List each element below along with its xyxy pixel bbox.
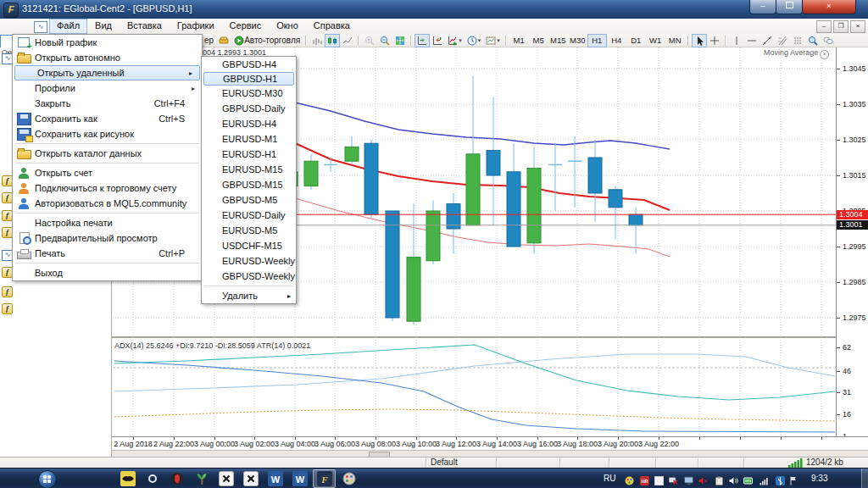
menu-item-2[interactable]: Вид [87, 19, 120, 33]
file-menu-item-3[interactable]: Открыть удаленный▸ [14, 65, 200, 80]
submenu-item-eurusd-m30[interactable]: EURUSD-M30 [202, 86, 296, 101]
menu-item-6[interactable]: Окно [269, 19, 306, 33]
zoom-in-button[interactable] [362, 34, 377, 47]
timeframe-h1-button[interactable]: H1 [587, 34, 607, 47]
app-metatrader-icon[interactable]: F [313, 469, 336, 488]
new-order-partial-button[interactable]: ер [202, 34, 216, 47]
clock[interactable]: 9:33 [811, 474, 827, 483]
restore-button[interactable] [776, 0, 803, 14]
tray-muted-speaker-icon[interactable] [698, 474, 709, 484]
file-menu-item-4[interactable]: Профили▸ [13, 80, 202, 96]
file-menu-item-5[interactable]: ЗакрытьCtrl+F4 [13, 96, 202, 111]
menu-item-1[interactable]: Файл [49, 19, 87, 34]
show-desktop-button[interactable] [861, 469, 868, 488]
tray-bluetooth-icon[interactable] [776, 474, 786, 484]
submenu-item-eurusd-m15[interactable]: EURUSD-M15 [202, 162, 296, 177]
submenu-item-eurusd-m1[interactable]: EURUSD-M1 [202, 131, 296, 147]
time-axis[interactable]: 2 Aug 20182 Aug 22:003 Aug 00:003 Aug 02… [111, 436, 868, 451]
submenu-item-eurusd-h1[interactable]: EURUSD-H1 [202, 147, 296, 162]
tray-card-icon[interactable] [743, 474, 754, 484]
file-menu-item-9[interactable]: Открыть каталог данных [13, 146, 202, 161]
file-menu-item-6[interactable]: Сохранить какCtrl+S [13, 111, 202, 126]
timeframe-w1-button[interactable]: W1 [646, 34, 665, 47]
submenu-item-eurusd-daily[interactable]: EURUSD-Daily [202, 208, 296, 223]
start-button[interactable] [38, 470, 57, 488]
tray-paint-icon[interactable] [625, 474, 635, 484]
magnifier-button[interactable] [805, 34, 821, 47]
file-menu-item-2[interactable]: Открыть автономно [13, 50, 202, 65]
menu-item-5[interactable]: Сервис [222, 19, 270, 33]
tray-clipboard-icon[interactable] [715, 474, 725, 484]
file-menu-item-12[interactable]: Подключиться к торговому счету [13, 180, 202, 196]
file-menu-item-11[interactable]: Открыть счет [13, 165, 202, 180]
minimize-button[interactable]: – [749, 0, 776, 14]
timeframe-m5-button[interactable]: M5 [529, 34, 548, 47]
menu-item-4[interactable]: Графики [170, 19, 222, 33]
profile-status[interactable]: Default [431, 458, 458, 467]
close-button[interactable]: × [802, 0, 856, 14]
menu-item-3[interactable]: Вставка [120, 19, 170, 33]
timeframe-m30-button[interactable]: M30 [568, 34, 587, 47]
fibonacci-button[interactable] [775, 34, 790, 47]
file-menu-item-13[interactable]: Авторизоваться в MQL5.community [13, 196, 202, 211]
file-menu-item-15[interactable]: Настройка печати [13, 215, 202, 230]
timeframe-m1-button[interactable]: M1 [509, 34, 529, 47]
timeframe-m15-button[interactable]: M15 [548, 34, 568, 47]
text-grid-button[interactable] [790, 34, 805, 47]
tray-pc-error-icon[interactable] [669, 474, 679, 484]
tile-windows-button[interactable] [392, 34, 408, 47]
bar-chart-button[interactable] [309, 34, 325, 47]
app-word-icon[interactable]: W [288, 469, 311, 488]
submenu-item-gbpusd-m15[interactable]: GBPUSD-M15 [202, 177, 296, 192]
tray-display-icon[interactable] [684, 474, 694, 484]
file-menu-item-16[interactable]: Предварительный просмотр [13, 230, 202, 246]
tray-network-icon[interactable] [760, 474, 770, 484]
candlestick-button[interactable] [325, 34, 340, 47]
submenu-item-eurusd-weekly[interactable]: EURUSD-Weekly [202, 253, 296, 269]
menu-item-7[interactable]: Справка [306, 19, 358, 33]
file-menu-item-7[interactable]: Сохранить как рисунок [13, 126, 202, 141]
file-menu-item-19[interactable]: Выход [13, 265, 202, 280]
cursor-button[interactable] [692, 34, 707, 47]
autotrade-button[interactable]: Авто-торговля [231, 34, 303, 47]
submenu-item-eurusd-h4[interactable]: EURUSD-H4 [202, 116, 296, 131]
app-x-document-icon[interactable] [239, 469, 262, 488]
timeframe-h4-button[interactable]: H4 [607, 34, 626, 47]
file-menu-item-1[interactable]: Новый график [13, 35, 202, 50]
child-minimize-button[interactable]: – [816, 20, 832, 33]
tray-action-center-icon[interactable] [789, 474, 799, 484]
submenu-item-gbpusd-m5[interactable]: GBPUSD-M5 [202, 192, 296, 208]
child-restore-button[interactable]: ❐ [833, 20, 849, 33]
tray-volume-icon[interactable] [729, 474, 739, 484]
tray-white-icon[interactable] [654, 474, 665, 484]
crosshair-button[interactable] [707, 34, 722, 47]
submenu-item-gbpusd-weekly[interactable]: GBPUSD-Weekly [202, 269, 296, 284]
indicator-f-icon[interactable]: f [2, 303, 13, 314]
chart-shift-button[interactable] [430, 34, 445, 47]
submenu-item-gbpusd-h1[interactable]: GBPUSD-H1 [203, 72, 294, 86]
submenu-item-eurusd-m5[interactable]: EURUSD-M5 [202, 223, 296, 238]
child-close-button[interactable]: × [850, 20, 865, 33]
price-scale[interactable]: 1.30451.30351.30251.30151.30051.29951.29… [836, 47, 868, 450]
indicator-f-icon[interactable]: f [2, 286, 13, 297]
comments-button[interactable] [821, 34, 836, 47]
app-bat-icon[interactable] [116, 469, 139, 488]
zoom-out-button[interactable] [377, 34, 392, 47]
ma-close-icon[interactable]: × [820, 50, 829, 59]
templates-button[interactable]: ▾ [483, 34, 503, 47]
tray-hr-icon[interactable]: HR [640, 474, 650, 484]
market-watch-button[interactable] [216, 34, 231, 47]
app-plant-icon[interactable] [190, 469, 213, 488]
timeframe-mn-button[interactable]: MN [665, 34, 685, 47]
app-word-icon[interactable]: W [264, 469, 287, 488]
vline-button[interactable] [729, 34, 744, 47]
hline-button[interactable] [744, 34, 760, 47]
chart-child-icon[interactable]: ∿ [34, 21, 47, 33]
line-chart-button[interactable] [340, 34, 355, 47]
periods-button[interactable]: ▾ [465, 34, 484, 47]
language-indicator[interactable]: RU [604, 474, 615, 483]
auto-scroll-button[interactable] [415, 34, 430, 47]
submenu-item-gbpusd-daily[interactable]: GBPUSD-Daily [202, 101, 296, 116]
submenu-item-usdchf-m15[interactable]: USDCHF-M15 [202, 238, 296, 253]
file-menu-item-17[interactable]: ПечатьCtrl+P [13, 246, 202, 261]
